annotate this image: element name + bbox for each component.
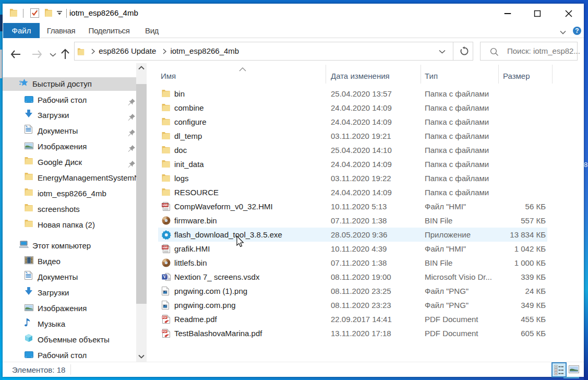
svg-text:HMI: HMI [163, 204, 168, 207]
svg-text:PDF: PDF [162, 316, 167, 319]
svg-text:PDF: PDF [162, 330, 167, 333]
svg-text:HMI: HMI [163, 246, 168, 249]
svg-text:V: V [163, 275, 166, 279]
